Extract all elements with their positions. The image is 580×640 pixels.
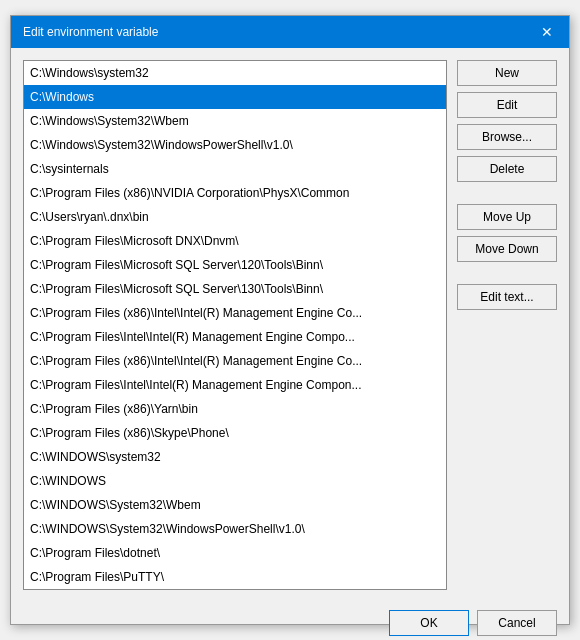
list-item[interactable]: C:\Program Files\Microsoft SQL Server\13… <box>24 277 446 301</box>
buttons-panel: New Edit Browse... Delete Move Up Move D… <box>457 60 557 590</box>
cancel-button[interactable]: Cancel <box>477 610 557 636</box>
dialog-body: C:\Windows\system32C:\WindowsC:\Windows\… <box>11 48 569 602</box>
list-item[interactable]: C:\WINDOWS <box>24 469 446 493</box>
list-item[interactable]: C:\sysinternals <box>24 157 446 181</box>
new-button[interactable]: New <box>457 60 557 86</box>
spacer2 <box>457 268 557 278</box>
ok-button[interactable]: OK <box>389 610 469 636</box>
move-up-button[interactable]: Move Up <box>457 204 557 230</box>
edit-env-variable-dialog: Edit environment variable ✕ C:\Windows\s… <box>10 15 570 625</box>
list-item[interactable]: C:\WINDOWS\system32 <box>24 445 446 469</box>
list-item[interactable]: C:\Program Files\Intel\Intel(R) Manageme… <box>24 373 446 397</box>
list-item[interactable]: C:\Program Files (x86)\Intel\Intel(R) Ma… <box>24 301 446 325</box>
browse-button[interactable]: Browse... <box>457 124 557 150</box>
close-button[interactable]: ✕ <box>537 22 557 42</box>
move-down-button[interactable]: Move Down <box>457 236 557 262</box>
edit-button[interactable]: Edit <box>457 92 557 118</box>
list-item[interactable]: C:\Program Files (x86)\Yarn\bin <box>24 397 446 421</box>
env-variable-listbox[interactable]: C:\Windows\system32C:\WindowsC:\Windows\… <box>24 61 446 589</box>
list-item[interactable]: C:\Program Files (x86)\NVIDIA Corporatio… <box>24 181 446 205</box>
list-item[interactable]: C:\WINDOWS\System32\WindowsPowerShell\v1… <box>24 517 446 541</box>
edit-text-button[interactable]: Edit text... <box>457 284 557 310</box>
list-item[interactable]: C:\WINDOWS\System32\Wbem <box>24 493 446 517</box>
list-item[interactable]: C:\Program Files (x86)\Skype\Phone\ <box>24 421 446 445</box>
list-item[interactable]: C:\Windows\system32 <box>24 61 446 85</box>
env-variable-list-container: C:\Windows\system32C:\WindowsC:\Windows\… <box>23 60 447 590</box>
list-item[interactable]: C:\Program Files\Intel\Intel(R) Manageme… <box>24 325 446 349</box>
list-item[interactable]: C:\Users\ryan\.dnx\bin <box>24 205 446 229</box>
list-item[interactable]: C:\Windows\System32\WindowsPowerShell\v1… <box>24 133 446 157</box>
list-item[interactable]: C:\Program Files (x86)\Intel\Intel(R) Ma… <box>24 349 446 373</box>
dialog-footer: OK Cancel <box>11 602 569 640</box>
spacer1 <box>457 188 557 198</box>
dialog-title: Edit environment variable <box>23 25 158 39</box>
title-bar: Edit environment variable ✕ <box>11 16 569 48</box>
list-item[interactable]: C:\Program Files\dotnet\ <box>24 541 446 565</box>
list-item[interactable]: C:\Program Files\PuTTY\ <box>24 565 446 589</box>
list-item[interactable]: C:\Windows <box>24 85 446 109</box>
delete-button[interactable]: Delete <box>457 156 557 182</box>
list-item[interactable]: C:\Program Files\Microsoft SQL Server\12… <box>24 253 446 277</box>
list-item[interactable]: C:\Windows\System32\Wbem <box>24 109 446 133</box>
list-item[interactable]: C:\Program Files\Microsoft DNX\Dnvm\ <box>24 229 446 253</box>
